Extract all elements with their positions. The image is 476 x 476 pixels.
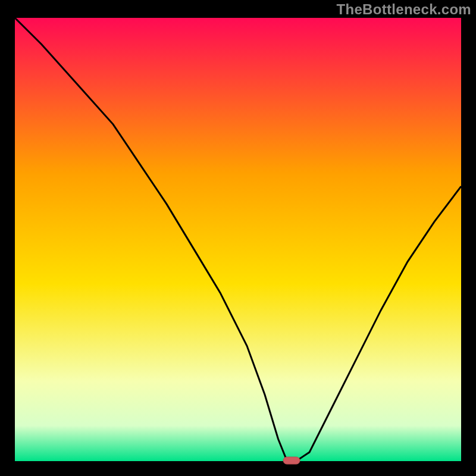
bottleneck-chart — [0, 0, 476, 476]
gradient-background — [15, 18, 461, 461]
chart-frame: TheBottleneck.com — [0, 0, 476, 476]
optimal-point-marker — [283, 457, 300, 464]
watermark-text: TheBottleneck.com — [337, 1, 471, 18]
